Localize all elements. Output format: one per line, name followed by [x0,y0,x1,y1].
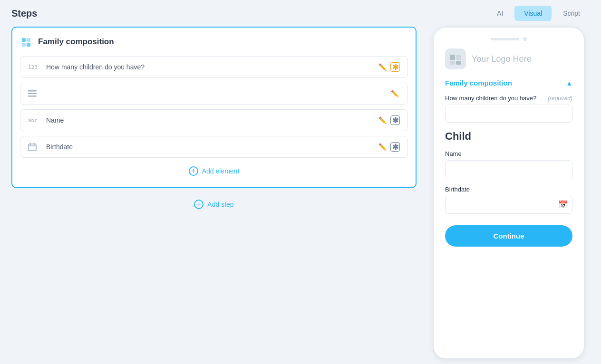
name-input[interactable] [445,160,572,178]
notch-bar [491,38,519,40]
element-actions-group: ✏️ [390,89,400,98]
add-step-button[interactable]: + Add step [190,196,237,213]
step-icon [20,35,33,48]
svg-rect-2 [22,43,26,47]
svg-rect-14 [456,61,461,65]
svg-rect-11 [450,55,455,60]
name-field-label: Name [445,150,572,157]
chevron-up-icon: ▲ [566,79,572,87]
calendar-icon: 📅 [558,200,568,209]
svg-rect-12 [456,55,461,60]
tab-visual[interactable]: Visual [514,6,552,21]
element-row-name: abc Name ✏️ ✱ [20,109,408,131]
tab-ai[interactable]: AI [487,6,513,21]
tab-script[interactable]: Script [553,6,590,21]
phone-section-title: Family composition [445,79,512,87]
add-step-icon: + [194,200,204,209]
children-field-label-row: How many children do you have? (required… [445,95,572,102]
left-panel: Family composition 123 How many children… [11,27,417,359]
add-element-icon: + [189,166,198,176]
element-label-children: How many children do you have? [46,63,373,71]
edit-children-button[interactable]: ✏️ [378,62,388,72]
continue-button[interactable]: Continue [445,225,572,247]
element-row-children: 123 How many children do you have? ✏️ ✱ [20,56,408,78]
step-title: Family composition [38,37,114,47]
step-card: Family composition 123 How many children… [11,27,417,188]
svg-rect-4 [28,90,37,92]
svg-rect-7 [29,144,36,151]
type-icon-date [28,143,41,151]
required-birthdate-button[interactable]: ✱ [390,142,400,152]
element-label-birthdate: Birthdate [46,143,373,151]
add-step-label: Add step [207,201,233,208]
edit-name-button[interactable]: ✏️ [378,115,388,125]
element-actions-children: ✏️ ✱ [378,62,400,72]
svg-rect-3 [27,43,30,47]
phone-mockup: Your Logo Here Family composition ▲ How … [433,27,585,359]
phone-notch [445,37,572,41]
phone-section-header: Family composition ▲ [445,79,572,87]
notch-dot [523,37,527,41]
svg-rect-6 [28,96,37,97]
step-card-header: Family composition [20,35,408,48]
svg-rect-0 [22,38,26,42]
children-input[interactable] [445,105,572,123]
tab-group: AI Visual Script [487,6,590,21]
type-icon-number: 123 [28,64,41,70]
logo-icon [445,48,466,69]
type-icon-text: abc [28,117,41,124]
svg-rect-13 [450,61,455,65]
required-label: (required) [548,95,572,102]
add-element-label: Add element [202,167,240,175]
logo-text: Your Logo Here [472,54,531,64]
right-panel: Your Logo Here Family composition ▲ How … [428,27,590,359]
edit-group-button[interactable]: ✏️ [390,89,400,98]
children-field-label: How many children do you have? [445,95,536,102]
add-step-container: + Add step [11,196,417,213]
element-actions-birthdate: ✏️ ✱ [378,142,400,152]
main-content: Family composition 123 How many children… [0,27,601,364]
birthdate-input[interactable] [445,196,572,214]
element-actions-name: ✏️ ✱ [378,115,400,125]
child-heading: Child [445,130,572,143]
element-row-birthdate: Birthdate ✏️ ✱ [20,136,408,158]
birthdate-field-label: Birthdate [445,186,572,193]
edit-birthdate-button[interactable]: ✏️ [378,142,388,152]
element-row-group: ✏️ [20,83,408,105]
birthdate-input-container: 📅 [445,196,572,221]
add-element-button[interactable]: + Add element [20,163,408,180]
header: Steps AI Visual Script [0,0,601,27]
page-title: Steps [11,8,37,19]
required-children-button[interactable]: ✱ [390,62,400,72]
type-icon-list [28,90,41,97]
element-label-name: Name [46,116,373,124]
phone-logo-area: Your Logo Here [445,48,572,69]
svg-rect-5 [28,93,37,95]
required-name-button[interactable]: ✱ [390,115,400,125]
svg-rect-1 [27,38,30,42]
